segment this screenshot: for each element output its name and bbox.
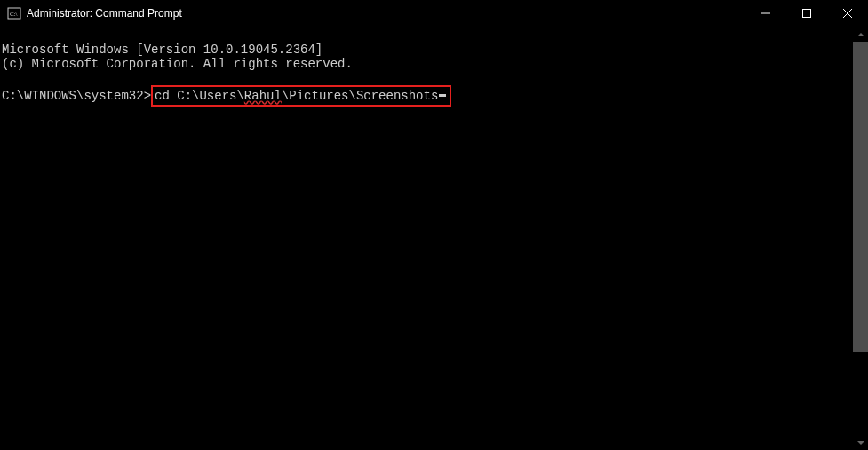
highlighted-command: cd C:\Users\Rahul\Pictures\Screenshots xyxy=(151,85,451,107)
scroll-up-arrow[interactable] xyxy=(853,27,868,42)
terminal-output: Microsoft Windows [Version 10.0.19045.23… xyxy=(0,27,868,107)
svg-marker-7 xyxy=(857,441,864,445)
version-line: Microsoft Windows [Version 10.0.19045.23… xyxy=(2,43,323,57)
svg-rect-3 xyxy=(803,10,811,18)
cmd-icon: C:\ xyxy=(7,6,21,20)
window-title: Administrator: Command Prompt xyxy=(27,0,182,27)
command-pre: cd C:\Users\ xyxy=(155,89,244,103)
command-user: Rahul xyxy=(244,89,282,103)
scroll-track[interactable] xyxy=(853,42,868,435)
svg-marker-6 xyxy=(857,33,864,36)
scroll-down-arrow[interactable] xyxy=(853,435,868,450)
svg-text:C:\: C:\ xyxy=(10,11,18,18)
maximize-button[interactable] xyxy=(786,0,827,27)
close-button[interactable] xyxy=(827,0,868,27)
titlebar[interactable]: C:\ Administrator: Command Prompt xyxy=(0,0,868,27)
copyright-line: (c) Microsoft Corporation. All rights re… xyxy=(2,57,353,71)
titlebar-left: C:\ Administrator: Command Prompt xyxy=(0,0,182,27)
prompt-text: C:\WINDOWS\system32> xyxy=(2,89,151,103)
prompt-line: C:\WINDOWS\system32>cd C:\Users\Rahul\Pi… xyxy=(2,85,868,107)
window-controls xyxy=(745,0,868,27)
scrollbar[interactable] xyxy=(853,27,868,450)
scroll-thumb[interactable] xyxy=(853,42,868,352)
command-post: \Pictures\Screenshots xyxy=(282,89,438,103)
cursor xyxy=(439,94,446,97)
minimize-button[interactable] xyxy=(745,0,786,27)
terminal[interactable]: Microsoft Windows [Version 10.0.19045.23… xyxy=(0,27,868,450)
